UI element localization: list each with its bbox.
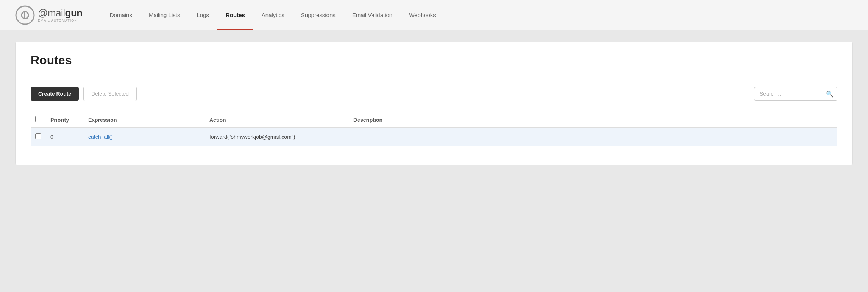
logo-subtitle: Email Automation [38,19,83,22]
logo: @mailgun Email Automation [15,5,83,25]
nav-item-logs[interactable]: Logs [188,0,217,30]
toolbar-left: Create Route Delete Selected [31,87,137,101]
content-card: Routes Create Route Delete Selected 🔍 Pr… [15,42,853,165]
table-body: 0 catch_all() forward("ohmyworkjob@gmail… [31,127,837,146]
row-expression: catch_all() [84,127,205,146]
main-nav: Domains Mailing Lists Logs Routes Analyt… [101,0,444,30]
nav-item-domains[interactable]: Domains [101,0,141,30]
table-header-row: Priority Expression Action Description [31,112,837,127]
row-action: forward("ohmyworkjob@gmail.com") [205,127,349,146]
routes-table: Priority Expression Action Description 0… [31,112,837,146]
col-header-description: Description [349,112,837,127]
header: @mailgun Email Automation Domains Mailin… [0,0,868,30]
nav-item-email-validation[interactable]: Email Validation [344,0,401,30]
row-priority: 0 [46,127,84,146]
nav-item-suppressions[interactable]: Suppressions [293,0,344,30]
delete-selected-button[interactable]: Delete Selected [83,87,137,101]
col-header-priority: Priority [46,112,84,127]
toolbar: Create Route Delete Selected 🔍 [31,87,837,101]
nav-item-webhooks[interactable]: Webhooks [401,0,444,30]
nav-item-analytics[interactable]: Analytics [253,0,293,30]
at-icon [15,5,35,25]
main-wrapper: Routes Create Route Delete Selected 🔍 Pr… [0,30,868,176]
search-input[interactable] [754,87,837,101]
nav-item-mailing-lists[interactable]: Mailing Lists [141,0,189,30]
col-header-expression: Expression [84,112,205,127]
col-header-action: Action [205,112,349,127]
nav-item-routes[interactable]: Routes [217,0,253,30]
row-checkbox[interactable] [35,133,41,139]
logo-text: @mailgun [38,8,83,18]
page-title: Routes [31,53,837,75]
col-header-checkbox [31,112,46,127]
create-route-button[interactable]: Create Route [31,87,79,101]
search-wrap: 🔍 [754,87,837,101]
row-description [349,127,837,146]
table-row: 0 catch_all() forward("ohmyworkjob@gmail… [31,127,837,146]
table-header: Priority Expression Action Description [31,112,837,127]
expression-link[interactable]: catch_all() [88,134,113,140]
row-checkbox-cell [31,127,46,146]
search-icon: 🔍 [826,90,834,98]
select-all-checkbox[interactable] [35,116,41,122]
